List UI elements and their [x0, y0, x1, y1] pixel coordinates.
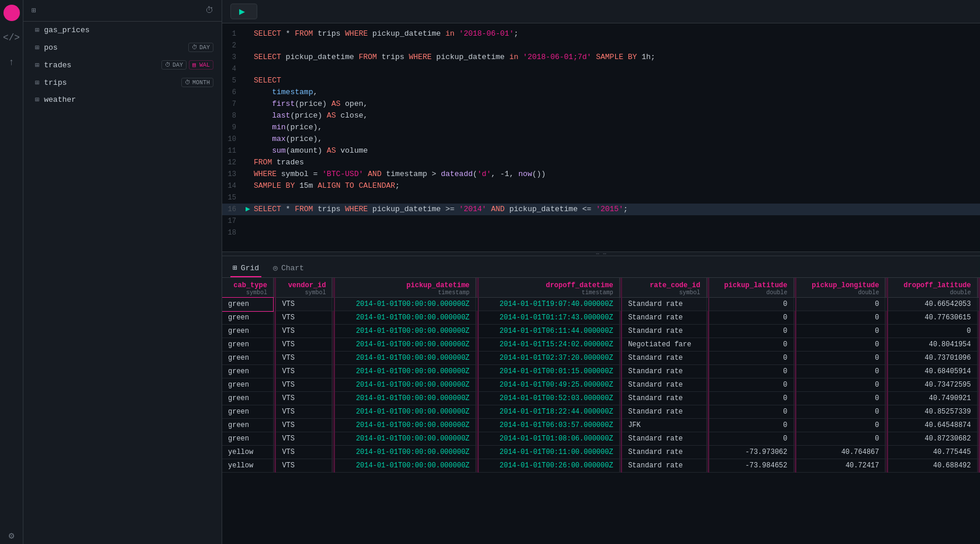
cell-pickup_latitude[interactable]: 0 [709, 378, 793, 392]
col-header-rate_code_id[interactable]: rate_code_idsymbol [622, 278, 706, 298]
cell-cab_type[interactable]: green [222, 432, 273, 446]
cell-vendor_id[interactable]: VTS [275, 338, 332, 352]
cell-vendor_id[interactable]: VTS [275, 311, 332, 325]
cell-dropoff_datetime[interactable]: 2014-01-01T02:37:20.000000Z [478, 352, 620, 365]
cell-pickup_longitude[interactable]: 0 [796, 352, 885, 365]
cell-pickup_longitude[interactable]: 0 [796, 325, 885, 338]
cell-rate_code_id[interactable]: Standard rate [622, 352, 706, 365]
cell-rate_code_id[interactable]: Standard rate [622, 298, 706, 311]
table-item-pos[interactable]: ⊞pos⏱ DAY [23, 39, 222, 56]
col-header-dropoff_datetime[interactable]: dropoff_datetimetimestamp [478, 278, 620, 298]
cell-pickup_datetime[interactable]: 2014-01-01T00:00:00.000000Z [334, 432, 476, 446]
cell-pickup_latitude[interactable]: 0 [709, 338, 793, 352]
data-table-wrapper[interactable]: cab_typesymbolvendor_idsymbolpickup_date… [222, 278, 980, 544]
cell-pickup_latitude[interactable]: 0 [709, 311, 793, 325]
cell-rate_code_id[interactable]: Standard rate [622, 325, 706, 338]
cell-rate_code_id[interactable]: Standard rate [622, 378, 706, 392]
table-row[interactable]: greenVTS2014-01-01T00:00:00.000000Z2014-… [222, 419, 979, 432]
cell-pickup_longitude[interactable]: 0 [796, 311, 885, 325]
cell-cab_type[interactable]: green [222, 298, 273, 311]
table-row[interactable]: greenVTS2014-01-01T00:00:00.000000Z2014-… [222, 378, 979, 392]
cell-dropoff_datetime[interactable]: 2014-01-01T06:03:57.000000Z [478, 419, 620, 432]
cell-pickup_longitude[interactable]: 0 [796, 432, 885, 446]
col-header-pickup_longitude[interactable]: pickup_longitudedouble [796, 278, 885, 298]
app-logo[interactable] [4, 5, 20, 21]
col-header-dropoff_latitude[interactable]: dropoff_latitudedouble [888, 278, 977, 298]
table-row[interactable]: greenVTS2014-01-01T00:00:00.000000Z2014-… [222, 338, 979, 352]
cell-pickup_longitude[interactable]: 0 [796, 378, 885, 392]
cell-cab_type[interactable]: green [222, 311, 273, 325]
cell-dropoff_latitude[interactable]: 40.85257339 [888, 405, 977, 419]
cell-pickup_datetime[interactable]: 2014-01-01T00:00:00.000000Z [334, 325, 476, 338]
cell-dropoff_datetime[interactable]: 2014-01-01T01:08:06.000000Z [478, 432, 620, 446]
cell-dropoff_datetime[interactable]: 2014-01-01T18:22:44.000000Z [478, 405, 620, 419]
cell-dropoff_datetime[interactable]: 2014-01-01T00:01:15.000000Z [478, 365, 620, 378]
table-item-trips[interactable]: ⊞trips⏱ MONTH [23, 74, 222, 91]
cell-rate_code_id[interactable]: Standard rate [622, 405, 706, 419]
cell-cab_type[interactable]: green [222, 365, 273, 378]
cell-vendor_id[interactable]: VTS [275, 298, 332, 311]
run-button[interactable]: ▶ [230, 4, 257, 19]
cell-rate_code_id[interactable]: Standard rate [622, 446, 706, 459]
cell-dropoff_datetime[interactable]: 2014-01-01T00:49:25.000000Z [478, 378, 620, 392]
cell-rate_code_id[interactable]: Standard rate [622, 392, 706, 405]
cell-vendor_id[interactable]: VTS [275, 446, 332, 459]
cell-pickup_latitude[interactable]: 0 [709, 419, 793, 432]
cell-pickup_datetime[interactable]: 2014-01-01T00:00:00.000000Z [334, 311, 476, 325]
nav-code-icon[interactable]: </> [1, 30, 22, 46]
table-row[interactable]: greenVTS2014-01-01T00:00:00.000000Z2014-… [222, 365, 979, 378]
tab-grid[interactable]: ⊞Grid [230, 260, 261, 277]
cell-pickup_latitude[interactable]: 0 [709, 432, 793, 446]
cell-pickup_latitude[interactable]: 0 [709, 405, 793, 419]
cell-pickup_datetime[interactable]: 2014-01-01T00:00:00.000000Z [334, 392, 476, 405]
nav-upload-icon[interactable]: ↑ [6, 55, 17, 70]
cell-pickup_longitude[interactable]: 40.72417 [796, 459, 885, 473]
cell-pickup_longitude[interactable]: 0 [796, 365, 885, 378]
col-header-cab_type[interactable]: cab_typesymbol [222, 278, 273, 298]
cell-dropoff_latitude[interactable]: 40.87230682 [888, 432, 977, 446]
cell-pickup_longitude[interactable]: 0 [796, 405, 885, 419]
table-row[interactable]: greenVTS2014-01-01T00:00:00.000000Z2014-… [222, 392, 979, 405]
col-header-pickup_datetime[interactable]: pickup_datetimetimestamp [334, 278, 476, 298]
cell-pickup_datetime[interactable]: 2014-01-01T00:00:00.000000Z [334, 459, 476, 473]
cell-cab_type[interactable]: green [222, 325, 273, 338]
cell-pickup_latitude[interactable]: -73.984652 [709, 459, 793, 473]
cell-pickup_datetime[interactable]: 2014-01-01T00:00:00.000000Z [334, 378, 476, 392]
cell-pickup_longitude[interactable]: 0 [796, 419, 885, 432]
cell-dropoff_latitude[interactable]: 40.775445 [888, 446, 977, 459]
cell-dropoff_datetime[interactable]: 2014-01-01T00:26:00.000000Z [478, 459, 620, 473]
cell-dropoff_datetime[interactable]: 2014-01-01T00:11:00.000000Z [478, 446, 620, 459]
table-row[interactable]: greenVTS2014-01-01T00:00:00.000000Z2014-… [222, 325, 979, 338]
cell-dropoff_datetime[interactable]: 2014-01-01T15:24:02.000000Z [478, 338, 620, 352]
cell-cab_type[interactable]: green [222, 392, 273, 405]
tab-chart[interactable]: ◎Chart [271, 260, 306, 277]
code-editor[interactable]: 1SELECT * FROM trips WHERE pickup_dateti… [222, 23, 980, 252]
cell-dropoff_latitude[interactable]: 40.7490921 [888, 392, 977, 405]
cell-pickup_latitude[interactable]: 0 [709, 298, 793, 311]
cell-pickup_latitude[interactable]: 0 [709, 325, 793, 338]
cell-dropoff_latitude[interactable]: 40.688492 [888, 459, 977, 473]
cell-dropoff_latitude[interactable]: 40.66542053 [888, 298, 977, 311]
cell-pickup_datetime[interactable]: 2014-01-01T00:00:00.000000Z [334, 338, 476, 352]
cell-dropoff_latitude[interactable]: 40.68405914 [888, 365, 977, 378]
cell-pickup_latitude[interactable]: 0 [709, 392, 793, 405]
cell-cab_type[interactable]: yellow [222, 459, 273, 473]
cell-dropoff_datetime[interactable]: 2014-01-01T06:11:44.000000Z [478, 325, 620, 338]
cell-rate_code_id[interactable]: Standard rate [622, 432, 706, 446]
cell-pickup_longitude[interactable]: 0 [796, 392, 885, 405]
cell-cab_type[interactable]: green [222, 419, 273, 432]
cell-cab_type[interactable]: green [222, 338, 273, 352]
cell-pickup_longitude[interactable]: 40.764867 [796, 446, 885, 459]
cell-dropoff_latitude[interactable]: 40.73472595 [888, 378, 977, 392]
table-item-trades[interactable]: ⊞trades⏱ DAY▤ WAL [23, 56, 222, 74]
cell-pickup_latitude[interactable]: -73.973062 [709, 446, 793, 459]
table-item-gas_prices[interactable]: ⊞gas_prices [23, 22, 222, 39]
cell-pickup_latitude[interactable]: 0 [709, 365, 793, 378]
cell-cab_type[interactable]: green [222, 378, 273, 392]
cell-pickup_latitude[interactable]: 0 [709, 352, 793, 365]
cell-vendor_id[interactable]: VTS [275, 378, 332, 392]
cell-vendor_id[interactable]: VTS [275, 352, 332, 365]
cell-cab_type[interactable]: green [222, 405, 273, 419]
table-row[interactable]: greenVTS2014-01-01T00:00:00.000000Z2014-… [222, 311, 979, 325]
cell-rate_code_id[interactable]: Negotiated fare [622, 338, 706, 352]
